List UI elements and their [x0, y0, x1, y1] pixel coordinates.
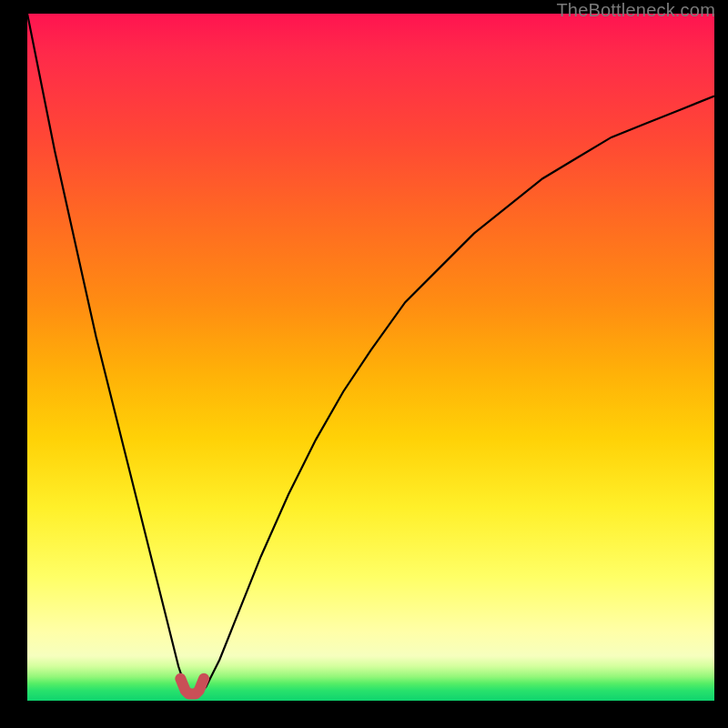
watermark-text: TheBottleneck.com — [556, 0, 715, 21]
plot-area — [27, 14, 714, 701]
curve-layer — [27, 14, 714, 701]
chart-frame: TheBottleneck.com — [0, 0, 728, 728]
bottleneck-curve — [27, 14, 714, 693]
minimum-marker — [180, 679, 204, 694]
